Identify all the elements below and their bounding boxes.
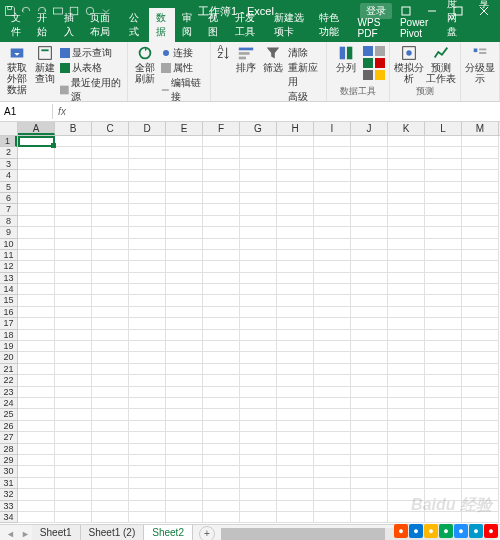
cell[interactable] — [55, 273, 92, 284]
cell[interactable] — [425, 170, 462, 181]
cell[interactable] — [203, 227, 240, 238]
cell[interactable] — [240, 478, 277, 489]
cell[interactable] — [166, 466, 203, 477]
cell[interactable] — [55, 227, 92, 238]
cell[interactable] — [462, 136, 499, 147]
cell[interactable] — [203, 387, 240, 398]
cell[interactable] — [277, 159, 314, 170]
cell[interactable] — [314, 375, 351, 386]
cell[interactable] — [314, 273, 351, 284]
cell[interactable] — [92, 227, 129, 238]
cell[interactable] — [203, 341, 240, 352]
cell[interactable] — [166, 489, 203, 500]
cell[interactable] — [203, 466, 240, 477]
cell[interactable] — [425, 273, 462, 284]
cell[interactable] — [92, 501, 129, 512]
cell[interactable] — [18, 159, 55, 170]
cell[interactable] — [203, 170, 240, 181]
cell[interactable] — [277, 170, 314, 181]
cell[interactable] — [166, 239, 203, 250]
cell[interactable] — [240, 364, 277, 375]
cell[interactable] — [166, 204, 203, 215]
cell[interactable] — [388, 193, 425, 204]
cell[interactable] — [425, 444, 462, 455]
cell[interactable] — [18, 398, 55, 409]
cell[interactable] — [18, 375, 55, 386]
cell[interactable] — [240, 455, 277, 466]
cell[interactable] — [18, 273, 55, 284]
cell[interactable] — [425, 159, 462, 170]
cell[interactable] — [92, 136, 129, 147]
cell[interactable] — [425, 352, 462, 363]
cell[interactable] — [203, 193, 240, 204]
cell[interactable] — [351, 364, 388, 375]
cell[interactable] — [92, 284, 129, 295]
cell[interactable] — [203, 318, 240, 329]
cell[interactable] — [425, 318, 462, 329]
cell[interactable] — [92, 421, 129, 432]
cell[interactable] — [425, 409, 462, 420]
cell[interactable] — [314, 295, 351, 306]
cell[interactable] — [129, 147, 166, 158]
row-header[interactable]: 12 — [0, 261, 17, 272]
row-header[interactable]: 17 — [0, 318, 17, 329]
cell[interactable] — [388, 330, 425, 341]
row-header[interactable]: 27 — [0, 432, 17, 443]
cell[interactable] — [277, 421, 314, 432]
cell[interactable] — [55, 136, 92, 147]
row-header[interactable]: 6 — [0, 193, 17, 204]
cell[interactable] — [55, 216, 92, 227]
cell[interactable] — [462, 375, 499, 386]
cell[interactable] — [129, 489, 166, 500]
cell[interactable] — [203, 307, 240, 318]
cell[interactable] — [462, 341, 499, 352]
cell[interactable] — [203, 239, 240, 250]
cell[interactable] — [166, 387, 203, 398]
cell[interactable] — [55, 182, 92, 193]
cell[interactable] — [351, 136, 388, 147]
cell[interactable] — [462, 204, 499, 215]
cell[interactable] — [55, 159, 92, 170]
cell[interactable] — [277, 466, 314, 477]
cell[interactable] — [166, 512, 203, 523]
cell[interactable] — [462, 489, 499, 500]
new-query-button[interactable]: 新建 查询 — [32, 44, 58, 84]
forecast-sheet-button[interactable]: 预测 工作表 — [426, 44, 456, 84]
cell[interactable] — [240, 307, 277, 318]
cell[interactable] — [425, 375, 462, 386]
cell[interactable] — [166, 307, 203, 318]
cell[interactable] — [388, 170, 425, 181]
cell[interactable] — [314, 239, 351, 250]
cell[interactable] — [129, 444, 166, 455]
cell[interactable] — [92, 512, 129, 523]
cell[interactable] — [351, 193, 388, 204]
cell[interactable] — [166, 444, 203, 455]
cell[interactable] — [462, 466, 499, 477]
row-header[interactable]: 32 — [0, 489, 17, 500]
sheet-tab[interactable]: Sheet1 — [32, 525, 81, 540]
cell[interactable] — [55, 204, 92, 215]
cell[interactable] — [166, 250, 203, 261]
cell[interactable] — [92, 352, 129, 363]
cell[interactable] — [92, 159, 129, 170]
cell[interactable] — [277, 250, 314, 261]
cell[interactable] — [203, 295, 240, 306]
cell[interactable] — [277, 193, 314, 204]
cell[interactable] — [166, 295, 203, 306]
cell[interactable] — [388, 341, 425, 352]
cell[interactable] — [92, 170, 129, 181]
cell[interactable] — [462, 455, 499, 466]
cell[interactable] — [388, 489, 425, 500]
cell[interactable] — [462, 284, 499, 295]
cell[interactable] — [203, 432, 240, 443]
cell[interactable] — [388, 182, 425, 193]
cell[interactable] — [425, 364, 462, 375]
cell[interactable] — [314, 136, 351, 147]
cell[interactable] — [277, 478, 314, 489]
cell[interactable] — [203, 512, 240, 523]
cell[interactable] — [388, 478, 425, 489]
cell[interactable] — [277, 147, 314, 158]
cell[interactable] — [314, 147, 351, 158]
sheet-tab[interactable]: Sheet2 — [144, 525, 193, 540]
cell[interactable] — [166, 375, 203, 386]
